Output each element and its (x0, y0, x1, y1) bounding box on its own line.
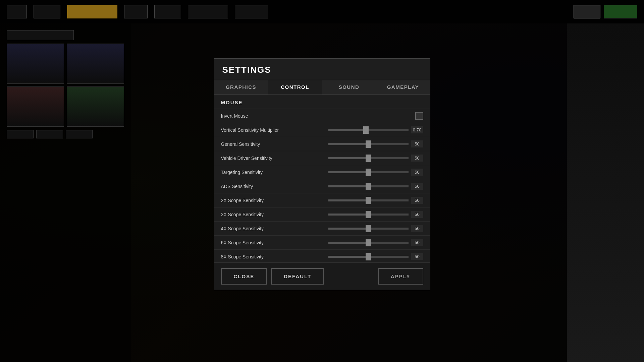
scope-8x-thumb[interactable] (366, 253, 371, 260)
scope-3x-value: 50 (411, 211, 423, 218)
scope-3x-track[interactable] (328, 214, 409, 216)
scope-6x-label: 6X Scope Sensitivity (221, 240, 328, 245)
vertical-sensitivity-thumb[interactable] (363, 126, 369, 134)
setting-general-sensitivity: General Sensitivity 50 (214, 137, 430, 151)
scope-2x-track[interactable] (328, 199, 409, 201)
ads-sensitivity-value: 50 (411, 183, 423, 190)
setting-scope-6x: 6X Scope Sensitivity 50 (214, 235, 430, 249)
general-sensitivity-value: 50 (411, 140, 423, 147)
scope-4x-thumb[interactable] (366, 225, 371, 232)
vehicle-sensitivity-value: 50 (411, 155, 423, 162)
scope-2x-fill (328, 199, 369, 201)
vertical-sensitivity-control: 0.70 (328, 126, 423, 133)
vertical-sensitivity-track[interactable] (328, 129, 409, 131)
invert-mouse-control (328, 112, 423, 120)
modal-backdrop: SETTINGS GRAPHICS CONTROL SOUND GAMEPLAY… (0, 0, 644, 362)
scope-4x-fill (328, 228, 369, 230)
settings-content: MOUSE Invert Mouse Vertical Sensitivity … (214, 95, 430, 262)
tab-graphics[interactable]: GRAPHICS (214, 80, 268, 95)
ads-sensitivity-control: 50 (328, 183, 423, 190)
targeting-sensitivity-thumb[interactable] (366, 169, 371, 176)
scope-8x-value: 50 (411, 253, 423, 260)
ads-sensitivity-thumb[interactable] (366, 183, 371, 190)
setting-vertical-sensitivity: Vertical Sensitivity Multiplier 0.70 (214, 123, 430, 137)
scope-6x-thumb[interactable] (366, 239, 371, 246)
setting-invert-mouse: Invert Mouse (214, 109, 430, 123)
vehicle-sensitivity-fill (328, 157, 369, 159)
targeting-sensitivity-control: 50 (328, 169, 423, 176)
scope-4x-track[interactable] (328, 228, 409, 230)
default-button[interactable]: DEFAULT (271, 268, 324, 285)
scope-2x-value: 50 (411, 197, 423, 204)
scope-6x-fill (328, 242, 369, 244)
setting-targeting-sensitivity: Targeting Sensitivity 50 (214, 165, 430, 179)
scope-6x-track[interactable] (328, 242, 409, 244)
vehicle-sensitivity-track[interactable] (328, 157, 409, 159)
setting-scope-2x: 2X Scope Sensitivity 50 (214, 193, 430, 207)
tab-control[interactable]: CONTROL (268, 80, 322, 95)
ads-sensitivity-label: ADS Sensitivity (221, 184, 328, 189)
tab-sound[interactable]: SOUND (322, 80, 376, 95)
vehicle-sensitivity-thumb[interactable] (366, 155, 371, 162)
general-sensitivity-thumb[interactable] (366, 140, 371, 148)
scope-4x-value: 50 (411, 225, 423, 232)
setting-scope-4x: 4X Scope Sensitivity 50 (214, 221, 430, 235)
apply-button[interactable]: APPLY (378, 268, 423, 285)
scope-6x-control: 50 (328, 239, 423, 246)
scope-4x-label: 4X Scope Sensitivity (221, 226, 328, 231)
section-mouse-header: MOUSE (214, 95, 430, 109)
setting-scope-3x: 3X Scope Sensitivity 50 (214, 207, 430, 221)
ads-sensitivity-fill (328, 185, 369, 187)
general-sensitivity-label: General Sensitivity (221, 141, 328, 147)
setting-ads-sensitivity: ADS Sensitivity 50 (214, 179, 430, 193)
scope-8x-fill (328, 256, 369, 258)
tabs-bar: GRAPHICS CONTROL SOUND GAMEPLAY (214, 80, 430, 95)
targeting-sensitivity-fill (328, 171, 369, 173)
scope-3x-control: 50 (328, 211, 423, 218)
general-sensitivity-control: 50 (328, 140, 423, 147)
scope-3x-fill (328, 214, 369, 216)
vertical-sensitivity-value: 0.70 (411, 126, 423, 133)
setting-vehicle-sensitivity: Vehicle Driver Sensitivity 50 (214, 151, 430, 165)
setting-scope-8x: 8X Scope Sensitivity 50 (214, 249, 430, 262)
scope-2x-thumb[interactable] (366, 197, 371, 204)
scope-3x-label: 3X Scope Sensitivity (221, 212, 328, 217)
scope-4x-control: 50 (328, 225, 423, 232)
modal-footer: CLOSE DEFAULT APPLY (214, 262, 430, 290)
targeting-sensitivity-label: Targeting Sensitivity (221, 170, 328, 175)
vertical-sensitivity-fill (328, 129, 366, 131)
ads-sensitivity-track[interactable] (328, 185, 409, 187)
targeting-sensitivity-track[interactable] (328, 171, 409, 173)
invert-mouse-checkbox[interactable] (415, 112, 423, 120)
scope-6x-value: 50 (411, 239, 423, 246)
scope-8x-control: 50 (328, 253, 423, 260)
scope-2x-control: 50 (328, 197, 423, 204)
vehicle-sensitivity-label: Vehicle Driver Sensitivity (221, 156, 328, 161)
scope-8x-track[interactable] (328, 256, 409, 258)
scope-8x-label: 8X Scope Sensitivity (221, 254, 328, 259)
vehicle-sensitivity-control: 50 (328, 155, 423, 162)
scope-3x-thumb[interactable] (366, 211, 371, 218)
general-sensitivity-fill (328, 143, 369, 145)
general-sensitivity-track[interactable] (328, 143, 409, 145)
close-button[interactable]: CLOSE (221, 268, 267, 285)
tab-gameplay[interactable]: GAMEPLAY (376, 80, 430, 95)
vertical-sensitivity-label: Vertical Sensitivity Multiplier (221, 127, 328, 133)
modal-title: SETTINGS (222, 65, 271, 75)
targeting-sensitivity-value: 50 (411, 169, 423, 176)
invert-mouse-label: Invert Mouse (221, 113, 328, 119)
settings-modal: SETTINGS GRAPHICS CONTROL SOUND GAMEPLAY… (214, 58, 430, 290)
scope-2x-label: 2X Scope Sensitivity (221, 198, 328, 203)
modal-header: SETTINGS (214, 59, 430, 80)
